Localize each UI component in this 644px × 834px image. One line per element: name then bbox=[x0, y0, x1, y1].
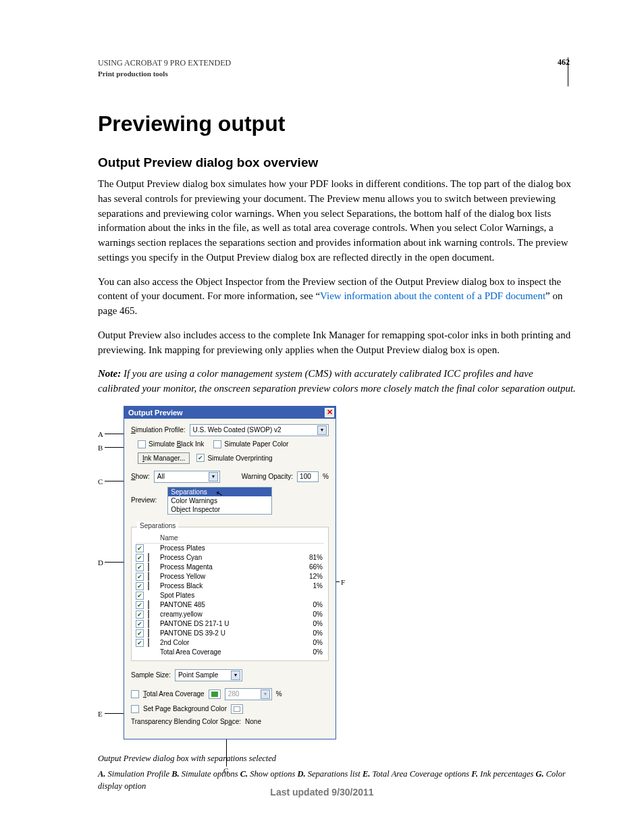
callout-a: A bbox=[98, 430, 103, 438]
page-title: Previewing output bbox=[98, 111, 576, 136]
ink-name: Spot Plates bbox=[160, 592, 297, 599]
ink-checkbox[interactable]: ✔ bbox=[136, 610, 144, 619]
ink-percentage: 0% bbox=[297, 629, 324, 637]
header-divider bbox=[568, 57, 568, 86]
section-heading: Output Preview dialog box overview bbox=[98, 155, 576, 170]
ink-swatch bbox=[148, 553, 149, 562]
callout-g: G bbox=[223, 766, 229, 775]
show-label: Show: bbox=[131, 473, 150, 480]
ink-name: Process Cyan bbox=[160, 554, 297, 561]
ink-row: ✔Process Yellow12% bbox=[136, 572, 324, 581]
ink-row: ✔2nd Color0% bbox=[136, 638, 324, 648]
ink-checkbox[interactable]: ✔ bbox=[136, 554, 144, 562]
preview-option-object-inspector[interactable]: Object Inspector bbox=[168, 505, 271, 514]
ink-name: creamy.yellow bbox=[160, 610, 297, 618]
separations-group: Separations Name ✔Process Plates✔Process… bbox=[131, 527, 329, 661]
ink-row: ✔Process Plates bbox=[136, 544, 324, 553]
ink-swatch bbox=[148, 600, 149, 609]
ink-row: ✔Spot Plates bbox=[136, 591, 324, 600]
simulation-profile-select[interactable]: U.S. Web Coated (SWOP) v2 ▾ bbox=[190, 424, 329, 436]
simulate-black-ink-checkbox[interactable] bbox=[138, 440, 146, 448]
separations-group-title: Separations bbox=[137, 522, 178, 529]
ink-checkbox[interactable]: ✔ bbox=[136, 563, 144, 571]
callout-f: F bbox=[341, 578, 345, 586]
ink-row: ✔PANTONE 4850% bbox=[136, 600, 324, 610]
transparency-value: None bbox=[245, 718, 261, 725]
total-area-coverage-label: Total Area Coverage bbox=[143, 690, 205, 698]
warning-opacity-input[interactable]: 100 bbox=[297, 471, 319, 482]
tac-color-swatch[interactable] bbox=[209, 689, 221, 699]
ink-percentage: 0% bbox=[297, 648, 324, 656]
dialog-titlebar: Output Preview ✕ bbox=[124, 407, 336, 419]
tac-value-select[interactable]: 280 ▾ bbox=[225, 688, 272, 700]
ink-percentage: 66% bbox=[297, 563, 324, 571]
ink-swatch bbox=[148, 629, 149, 637]
callout-c: C bbox=[98, 477, 103, 486]
ink-checkbox[interactable]: ✔ bbox=[136, 620, 144, 628]
ink-name: Process Magenta bbox=[160, 563, 297, 571]
ink-swatch bbox=[148, 563, 149, 571]
total-area-coverage-checkbox[interactable] bbox=[131, 690, 139, 698]
show-select[interactable]: All ▾ bbox=[154, 471, 220, 483]
ink-checkbox[interactable]: ✔ bbox=[136, 592, 144, 600]
cross-ref-link[interactable]: View information about the content of a … bbox=[320, 290, 545, 301]
ink-checkbox[interactable]: ✔ bbox=[136, 601, 144, 609]
ink-name: Process Black bbox=[160, 582, 297, 590]
ink-checkbox[interactable]: ✔ bbox=[136, 544, 144, 552]
sample-size-label: Sample Size: bbox=[131, 671, 171, 679]
ink-swatch bbox=[148, 619, 149, 628]
ink-name: PANTONE DS 217-1 U bbox=[160, 620, 297, 627]
simulate-paper-color-checkbox[interactable] bbox=[213, 440, 221, 448]
simulation-profile-label: SSimulation Profile:imulation Profile: bbox=[131, 426, 186, 434]
close-icon[interactable]: ✕ bbox=[325, 408, 334, 417]
page-number: 462 bbox=[558, 57, 576, 68]
chevron-down-icon: ▾ bbox=[317, 425, 327, 435]
ink-percentage: 1% bbox=[297, 582, 324, 590]
preview-label: Preview: bbox=[131, 496, 157, 504]
page-footer: Last updated 9/30/2011 bbox=[0, 787, 644, 798]
page-bg-color-swatch[interactable] bbox=[231, 704, 243, 714]
set-page-bg-label: Set Page Background Color bbox=[143, 705, 227, 712]
transparency-label: Transparency Blending Color Space: bbox=[131, 718, 241, 725]
figure-caption: Output Preview dialog box with separatio… bbox=[98, 753, 576, 765]
header-section: Print production tools bbox=[98, 69, 231, 79]
simulate-black-ink-label: Simulate Black Ink bbox=[149, 440, 204, 448]
ink-row: ✔PANTONE DS 217-1 U0% bbox=[136, 619, 324, 629]
ink-row: Total Area Coverage0% bbox=[136, 648, 324, 656]
ink-swatch bbox=[148, 572, 149, 581]
ink-row: ✔Process Magenta66% bbox=[136, 563, 324, 572]
ink-row: ✔Process Cyan81% bbox=[136, 553, 324, 563]
ink-percentage: 12% bbox=[297, 573, 324, 580]
ink-percentage: 0% bbox=[297, 639, 324, 646]
callout-e: E bbox=[98, 710, 103, 718]
ink-checkbox[interactable]: ✔ bbox=[136, 582, 144, 590]
ink-name: PANTONE DS 39-2 U bbox=[160, 629, 297, 637]
set-page-bg-checkbox[interactable] bbox=[131, 705, 139, 713]
ink-name: Process Plates bbox=[160, 544, 297, 552]
page-header: USING ACROBAT 9 PRO EXTENDED Print produ… bbox=[98, 57, 576, 79]
ink-manager-button[interactable]: Ink Manager... bbox=[138, 452, 190, 464]
ink-swatch bbox=[148, 610, 149, 619]
ink-percentage: 0% bbox=[297, 620, 324, 627]
callout-d: D bbox=[98, 558, 103, 567]
warning-opacity-label: Warning Opacity: bbox=[242, 473, 293, 480]
sample-size-select[interactable]: Point Sample ▾ bbox=[175, 669, 242, 681]
ink-checkbox[interactable]: ✔ bbox=[136, 639, 144, 647]
chevron-down-icon: ▾ bbox=[261, 689, 270, 699]
ink-name: Total Area Coverage bbox=[160, 648, 297, 656]
chevron-down-icon: ▾ bbox=[231, 671, 240, 680]
header-product: USING ACROBAT 9 PRO EXTENDED bbox=[98, 57, 231, 69]
dialog-title: Output Preview bbox=[128, 409, 183, 417]
ink-name-header: Name bbox=[160, 534, 297, 542]
output-preview-dialog: Output Preview ✕ SSimulation Profile:imu… bbox=[124, 406, 336, 739]
simulate-paper-color-label: Simulate Paper Color bbox=[224, 440, 288, 448]
ink-swatch bbox=[148, 581, 149, 590]
note-paragraph: Note: If you are using a color managemen… bbox=[98, 367, 576, 396]
simulate-overprinting-checkbox[interactable]: ✔ bbox=[196, 454, 205, 462]
ink-checkbox[interactable]: ✔ bbox=[136, 629, 144, 637]
ink-checkbox[interactable]: ✔ bbox=[136, 573, 144, 581]
ink-percentage: 0% bbox=[297, 601, 324, 608]
ink-percentage: 81% bbox=[297, 554, 324, 561]
chevron-down-icon: ▾ bbox=[209, 472, 218, 481]
body-paragraph: You can also access the Object Inspector… bbox=[98, 275, 576, 319]
